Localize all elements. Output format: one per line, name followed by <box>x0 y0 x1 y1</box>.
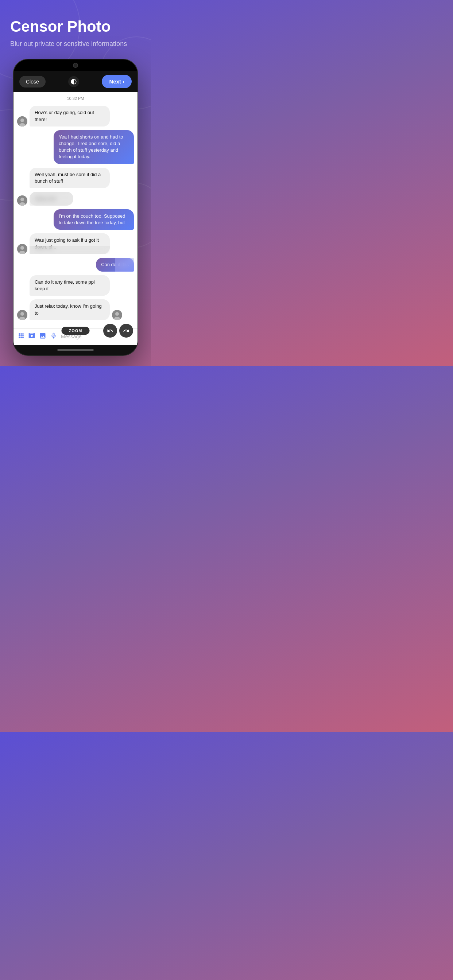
page-title: Censor Photo <box>10 18 141 35</box>
phone-screen: 10:32 PM How's ur day going, cold out th… <box>13 92 137 345</box>
svg-point-10 <box>21 312 24 316</box>
avatar-9-right <box>112 310 122 320</box>
bubble-8: Can do it any time, some ppl keep it <box>30 275 110 296</box>
bubble-1: How's ur day going, cold out there! <box>30 106 110 126</box>
bubble-5: I'm on the couch too. Supposed to take d… <box>54 209 134 230</box>
svg-point-16 <box>21 333 22 335</box>
contrast-svg <box>70 78 77 85</box>
gallery-icon[interactable] <box>39 332 46 341</box>
undo-button[interactable] <box>103 324 117 337</box>
svg-point-19 <box>21 335 22 337</box>
contrast-icon[interactable] <box>68 76 79 87</box>
chat-message-9: Just relax today, know I'm going to <box>17 299 134 320</box>
chat-message-8: Can do it any time, some ppl keep it <box>17 275 134 296</box>
chat-message-5: I'm on the couch too. Supposed to take d… <box>17 209 134 230</box>
chat-message-1: How's ur day going, cold out there! <box>17 106 134 126</box>
svg-point-4 <box>21 197 24 201</box>
censor-overlay-7 <box>115 258 134 272</box>
chat-message-4: Daisy and <box>17 192 134 205</box>
censor-overlay-6 <box>30 246 110 254</box>
mic-icon[interactable] <box>50 332 57 341</box>
avatar-6 <box>17 244 27 254</box>
camera-icon[interactable] <box>28 332 35 341</box>
avatar-4 <box>17 196 27 205</box>
chat-message-7: Can do it this <box>17 258 134 272</box>
avatar-1 <box>17 116 27 127</box>
censor-overlay-4 <box>30 192 73 205</box>
svg-point-13 <box>115 312 119 316</box>
undo-redo-controls <box>103 324 133 337</box>
dots-grid-icon[interactable] <box>18 332 24 341</box>
bubble-2: Yea I had shorts on and had to change. T… <box>54 130 134 164</box>
bubble-3: Well yeah, must be sore if did a bunch o… <box>30 168 110 188</box>
phone-home-indicator-area <box>13 345 137 355</box>
svg-point-18 <box>19 335 20 337</box>
svg-point-23 <box>22 337 24 338</box>
phone-toolbar: Close Next › <box>13 71 137 92</box>
svg-point-22 <box>21 337 22 338</box>
home-indicator <box>57 349 94 351</box>
chat-timestamp: 10:32 PM <box>17 96 134 100</box>
phone-frame: Close Next › 10:32 PM <box>13 59 137 355</box>
chat-message-2: Yea I had shorts on and had to change. T… <box>17 130 134 164</box>
chat-message-6: Was just going to ask if u got it down, … <box>17 233 134 254</box>
svg-point-1 <box>21 118 24 122</box>
zoom-bar: ZOOM <box>62 327 90 335</box>
svg-point-21 <box>19 337 20 338</box>
page-subtitle: Blur out private or sensitive informatio… <box>10 40 141 48</box>
chat-message-3: Well yeah, must be sore if did a bunch o… <box>17 168 134 188</box>
bubble-6: Was just going to ask if u got it down, … <box>30 233 110 254</box>
svg-point-15 <box>19 333 20 335</box>
svg-point-20 <box>22 335 24 337</box>
avatar-9 <box>17 310 27 320</box>
bubble-9: Just relax today, know I'm going to <box>30 299 110 320</box>
close-button[interactable]: Close <box>19 76 46 88</box>
redo-button[interactable] <box>119 324 133 337</box>
phone-wrapper: Close Next › 10:32 PM <box>0 59 151 366</box>
header-section: Censor Photo Blur out private or sensiti… <box>0 0 151 59</box>
next-button[interactable]: Next › <box>102 75 132 88</box>
phone-notch-area <box>13 59 137 71</box>
chat-area: 10:32 PM How's ur day going, cold out th… <box>13 92 137 328</box>
phone-notch <box>73 63 78 68</box>
svg-point-17 <box>22 333 24 335</box>
bubble-4: Daisy and <box>30 192 73 205</box>
bubble-7: Can do it this <box>96 258 134 272</box>
svg-point-7 <box>21 246 24 250</box>
